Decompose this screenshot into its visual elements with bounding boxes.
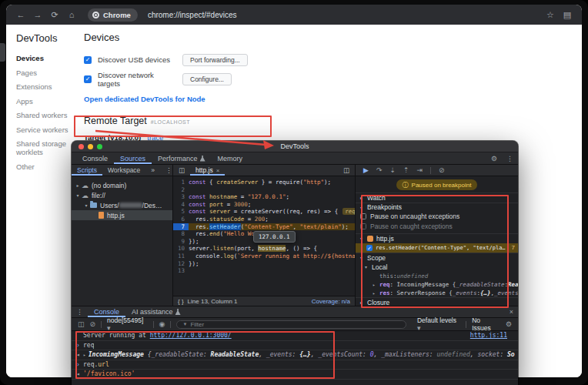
drawer-tab-console[interactable]: Console [88, 306, 125, 317]
console-filter[interactable]: ▼ [176, 320, 406, 329]
filter-input[interactable] [190, 321, 400, 328]
sidebar-item-service-workers[interactable]: Service workers [16, 126, 81, 134]
pause-caught-row[interactable]: Pause on caught exceptions [356, 222, 518, 232]
home-icon[interactable]: ⌂ [65, 10, 79, 19]
tree-item-users[interactable]: ▾Users//Des… [72, 200, 172, 210]
line-number[interactable]: 10 [173, 245, 189, 253]
code-line-text: res.setHeader("Content-Type", "text/plai… [189, 223, 355, 231]
context-selector[interactable]: node[55495] ▾ [107, 316, 148, 332]
closure-section[interactable]: ▸ Closure [356, 297, 518, 306]
drawer-menu-icon[interactable]: ⋮ [72, 306, 88, 317]
drawer-tab-ai-assistance[interactable]: AI assistance [125, 306, 187, 317]
result-chevron-icon: ◂ [76, 351, 83, 358]
scope-variable[interactable]: ▸req: IncomingMessage {_readableState: R… [356, 280, 518, 289]
line-number[interactable]: 9 [173, 238, 189, 246]
tab-scripts[interactable]: Scripts [72, 165, 102, 176]
console-message-result[interactable]: ◂'/favicon.ico' [72, 370, 518, 380]
forward-icon[interactable]: → [31, 10, 45, 19]
network-checkbox[interactable]: ✓ [84, 75, 92, 83]
usb-checkbox[interactable]: ✓ [84, 56, 92, 64]
deactivate-breakpoints-icon[interactable]: ⊘ [439, 166, 445, 174]
pause-uncaught-row[interactable]: Pause on uncaught exceptions [356, 212, 518, 222]
step-icon[interactable]: ⇥ [417, 166, 423, 174]
tree-item-nodomain[interactable]: ▸☁(no domain) [72, 180, 172, 190]
coverage-link[interactable]: Coverage: n/a [312, 298, 350, 305]
pause-uncaught-checkbox[interactable] [360, 213, 366, 219]
line-number[interactable]: 3 [173, 193, 189, 201]
scope-section[interactable]: ▾ Scope [356, 253, 518, 263]
console-settings-gear-icon[interactable]: ⚙ [506, 320, 512, 328]
source-location-link[interactable]: http.js:11 [470, 332, 515, 339]
log-levels-dropdown[interactable]: Default levels ▾ [417, 316, 460, 332]
line-number[interactable]: 11 [173, 253, 189, 260]
line-number[interactable]: 7 [173, 223, 189, 231]
line-number[interactable]: 12 [173, 260, 189, 268]
braces-icon[interactable]: { } [178, 298, 184, 305]
resume-script-icon[interactable]: ▶ [363, 166, 369, 174]
line-number[interactable]: 8 [173, 230, 189, 238]
tree-item-file[interactable]: ▾☁file:// [72, 190, 172, 200]
code-editor[interactable]: 127.0.0.1 1const { createServer } = requ… [173, 176, 355, 296]
node-devtools-link[interactable]: Open dedicated DevTools for Node [84, 95, 205, 103]
sidebar-item-extensions[interactable]: Extensions [16, 82, 81, 91]
console-message-input[interactable]: ›req.url [72, 360, 518, 370]
line-number[interactable]: 1 [173, 179, 189, 186]
tree-item-http.js[interactable]: http.js [72, 210, 172, 220]
line-number[interactable]: 5 [173, 208, 189, 216]
tab-workspace[interactable]: Workspace [102, 165, 145, 176]
pause-caught-checkbox[interactable] [360, 223, 366, 229]
issues-counter[interactable]: No Issues [472, 316, 500, 332]
breakpoint-checkbox[interactable]: ✓ [366, 245, 373, 251]
port-forwarding-button[interactable]: Port forwarding... [182, 54, 248, 66]
text-segment: : IncomingMessage { [390, 281, 456, 288]
line-number[interactable]: 13 [173, 267, 189, 275]
console-sidebar-icon[interactable]: ◫ [78, 320, 85, 328]
console-message-input[interactable]: ›req [72, 341, 518, 351]
toggle-debugger-sidebar-icon[interactable]: ◫ [338, 165, 355, 176]
close-drawer-icon[interactable]: × [505, 306, 518, 317]
live-expression-eye-icon[interactable]: ◉ [159, 320, 165, 328]
text-segment: { [144, 351, 152, 358]
scope-variable[interactable]: this: undefined [356, 272, 518, 280]
sidebar-item-shared-workers[interactable]: Shared workers [16, 111, 81, 119]
breakpoint-file-group[interactable]: ▾ http.js [356, 233, 518, 243]
sidebar-item-apps[interactable]: Apps [16, 97, 81, 105]
overflow-tabs-icon[interactable]: » [145, 165, 160, 176]
line-number[interactable]: 4 [173, 201, 189, 209]
sidebar-item-devices[interactable]: Devices [16, 54, 81, 62]
more-options-icon[interactable]: ⋮ [502, 152, 518, 164]
line-number[interactable]: 2 [173, 186, 189, 194]
devtools-tab-performance[interactable]: Performance [152, 152, 212, 164]
configure-button[interactable]: Configure... [182, 73, 232, 85]
local-scope-section[interactable]: ▾ Local [356, 263, 518, 273]
close-tab-icon[interactable]: × [216, 167, 220, 174]
toggle-navigator-icon[interactable]: ◫ [173, 165, 190, 176]
clear-console-icon[interactable]: ⊘ [90, 320, 96, 328]
expand-arrow-icon[interactable]: ▸ [83, 352, 86, 357]
devtools-titlebar[interactable]: DevTools [72, 141, 518, 152]
step-into-icon[interactable]: ⇣ [389, 166, 396, 174]
devtools-tab-sources[interactable]: Sources [114, 152, 152, 164]
step-out-icon[interactable]: ⇡ [403, 166, 409, 174]
bookmark-star-icon[interactable]: ☆ [543, 10, 557, 20]
sidebar-item-pages[interactable]: Pages [16, 69, 81, 77]
devtools-tab-memory[interactable]: Memory [212, 152, 249, 164]
breakpoint-entry[interactable]: ✓ res.setHeader("Content-Type", "text/pl… [356, 243, 518, 253]
console-message-result[interactable]: ◂▸IncomingMessage {_readableState: Reada… [72, 350, 518, 360]
scope-variable[interactable]: ▸res: ServerResponse {_events: {…}, _eve… [356, 289, 518, 297]
console-messages[interactable]: Server running at http://127.0.0.1:3000/… [72, 331, 518, 385]
step-over-icon[interactable]: ↷ [376, 166, 383, 174]
side-panel-icon[interactable]: ▤ [560, 10, 574, 20]
chrome-chip[interactable]: Chrome [88, 8, 138, 22]
file-tab-httpjs[interactable]: http.js × [190, 165, 225, 176]
back-icon[interactable]: ← [14, 10, 28, 19]
devtools-tab-console[interactable]: Console [76, 152, 114, 164]
settings-gear-icon[interactable]: ⚙ [486, 152, 502, 164]
console-message-log[interactable]: Server running at http://127.0.0.1:3000/… [72, 331, 518, 341]
watch-section[interactable]: ▸ Watch [356, 192, 518, 203]
line-number[interactable]: 6 [173, 216, 189, 223]
reload-icon[interactable]: ⟳ [48, 10, 62, 20]
breakpoints-section[interactable]: ▾ Breakpoints [356, 203, 518, 213]
address-bar-url[interactable]: chrome://inspect/#devices [148, 11, 237, 19]
code-line: 13 [173, 267, 355, 275]
